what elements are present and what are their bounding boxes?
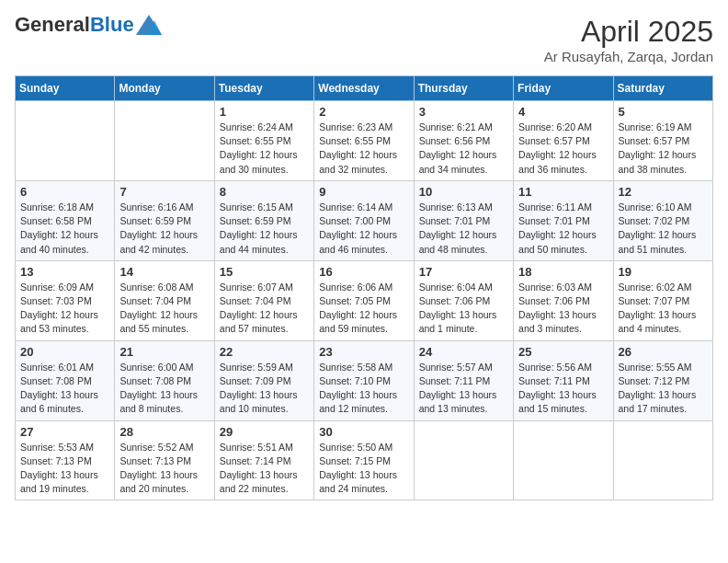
day-number: 19 — [619, 265, 708, 279]
calendar-cell — [16, 101, 115, 181]
calendar-week-row: 20Sunrise: 6:01 AM Sunset: 7:08 PM Dayli… — [16, 340, 713, 420]
calendar-cell — [414, 420, 513, 500]
logo: General Blue — [15, 15, 162, 35]
weekday-header-wednesday: Wednesday — [314, 76, 414, 101]
day-number: 20 — [20, 345, 109, 359]
weekday-header-monday: Monday — [115, 76, 214, 101]
calendar-cell: 2Sunrise: 6:23 AM Sunset: 6:55 PM Daylig… — [314, 101, 414, 181]
calendar-cell: 13Sunrise: 6:09 AM Sunset: 7:03 PM Dayli… — [16, 260, 115, 340]
calendar-cell: 11Sunrise: 6:11 AM Sunset: 7:01 PM Dayli… — [514, 180, 613, 260]
logo-icon — [136, 15, 162, 35]
day-number: 25 — [518, 345, 608, 359]
calendar-cell: 3Sunrise: 6:21 AM Sunset: 6:56 PM Daylig… — [414, 101, 513, 181]
day-info: Sunrise: 6:18 AM Sunset: 6:58 PM Dayligh… — [20, 201, 109, 257]
calendar-cell: 4Sunrise: 6:20 AM Sunset: 6:57 PM Daylig… — [514, 101, 613, 181]
calendar-cell: 22Sunrise: 5:59 AM Sunset: 7:09 PM Dayli… — [214, 340, 313, 420]
day-info: Sunrise: 6:09 AM Sunset: 7:03 PM Dayligh… — [20, 281, 109, 337]
day-info: Sunrise: 6:00 AM Sunset: 7:08 PM Dayligh… — [119, 361, 209, 417]
day-info: Sunrise: 6:07 AM Sunset: 7:04 PM Dayligh… — [220, 281, 309, 337]
day-number: 12 — [619, 185, 708, 199]
day-info: Sunrise: 5:58 AM Sunset: 7:10 PM Dayligh… — [319, 361, 408, 417]
day-info: Sunrise: 5:55 AM Sunset: 7:12 PM Dayligh… — [619, 361, 708, 417]
calendar-cell: 29Sunrise: 5:51 AM Sunset: 7:14 PM Dayli… — [214, 420, 313, 500]
day-number: 6 — [20, 185, 109, 199]
calendar-cell: 9Sunrise: 6:14 AM Sunset: 7:00 PM Daylig… — [314, 180, 414, 260]
day-info: Sunrise: 6:10 AM Sunset: 7:02 PM Dayligh… — [619, 201, 708, 257]
calendar-cell: 23Sunrise: 5:58 AM Sunset: 7:10 PM Dayli… — [314, 340, 414, 420]
calendar-cell: 21Sunrise: 6:00 AM Sunset: 7:08 PM Dayli… — [115, 340, 214, 420]
page-header: General Blue April 2025 Ar Rusayfah, Zar… — [15, 15, 713, 64]
day-number: 18 — [518, 265, 608, 279]
day-info: Sunrise: 6:08 AM Sunset: 7:04 PM Dayligh… — [119, 281, 209, 337]
day-number: 28 — [119, 425, 209, 439]
location: Ar Rusayfah, Zarqa, Jordan — [544, 49, 713, 64]
day-info: Sunrise: 5:53 AM Sunset: 7:13 PM Dayligh… — [20, 441, 109, 497]
weekday-header-sunday: Sunday — [16, 76, 115, 101]
day-info: Sunrise: 6:06 AM Sunset: 7:05 PM Dayligh… — [319, 281, 408, 337]
calendar-cell: 18Sunrise: 6:03 AM Sunset: 7:06 PM Dayli… — [514, 260, 613, 340]
calendar-cell: 12Sunrise: 6:10 AM Sunset: 7:02 PM Dayli… — [613, 180, 712, 260]
calendar-cell: 28Sunrise: 5:52 AM Sunset: 7:13 PM Dayli… — [115, 420, 214, 500]
calendar-cell: 6Sunrise: 6:18 AM Sunset: 6:58 PM Daylig… — [16, 180, 115, 260]
calendar-week-row: 27Sunrise: 5:53 AM Sunset: 7:13 PM Dayli… — [16, 420, 713, 500]
calendar-cell — [514, 420, 613, 500]
calendar-cell: 15Sunrise: 6:07 AM Sunset: 7:04 PM Dayli… — [214, 260, 313, 340]
day-info: Sunrise: 5:52 AM Sunset: 7:13 PM Dayligh… — [119, 441, 209, 497]
calendar-cell: 30Sunrise: 5:50 AM Sunset: 7:15 PM Dayli… — [314, 420, 414, 500]
day-info: Sunrise: 5:51 AM Sunset: 7:14 PM Dayligh… — [220, 441, 309, 497]
day-number: 9 — [319, 185, 408, 199]
calendar-cell: 14Sunrise: 6:08 AM Sunset: 7:04 PM Dayli… — [115, 260, 214, 340]
calendar-cell: 10Sunrise: 6:13 AM Sunset: 7:01 PM Dayli… — [414, 180, 513, 260]
weekday-header-saturday: Saturday — [613, 76, 712, 101]
day-info: Sunrise: 6:02 AM Sunset: 7:07 PM Dayligh… — [619, 281, 708, 337]
day-number: 1 — [220, 105, 309, 119]
day-number: 16 — [319, 265, 408, 279]
calendar-cell: 27Sunrise: 5:53 AM Sunset: 7:13 PM Dayli… — [16, 420, 115, 500]
calendar-cell — [613, 420, 712, 500]
calendar-cell: 26Sunrise: 5:55 AM Sunset: 7:12 PM Dayli… — [613, 340, 712, 420]
day-number: 17 — [419, 265, 508, 279]
logo-general-text: General — [15, 15, 90, 35]
day-info: Sunrise: 6:13 AM Sunset: 7:01 PM Dayligh… — [419, 201, 508, 257]
day-info: Sunrise: 6:21 AM Sunset: 6:56 PM Dayligh… — [419, 121, 508, 177]
title-block: April 2025 Ar Rusayfah, Zarqa, Jordan — [544, 15, 713, 64]
day-number: 10 — [419, 185, 508, 199]
day-info: Sunrise: 5:57 AM Sunset: 7:11 PM Dayligh… — [419, 361, 508, 417]
day-number: 26 — [619, 345, 708, 359]
day-number: 3 — [419, 105, 508, 119]
day-number: 8 — [220, 185, 309, 199]
day-info: Sunrise: 6:14 AM Sunset: 7:00 PM Dayligh… — [319, 201, 408, 257]
calendar-cell: 25Sunrise: 5:56 AM Sunset: 7:11 PM Dayli… — [514, 340, 613, 420]
day-number: 29 — [220, 425, 309, 439]
weekday-header-friday: Friday — [514, 76, 613, 101]
day-info: Sunrise: 6:19 AM Sunset: 6:57 PM Dayligh… — [619, 121, 708, 177]
calendar-cell: 19Sunrise: 6:02 AM Sunset: 7:07 PM Dayli… — [613, 260, 712, 340]
day-number: 22 — [220, 345, 309, 359]
calendar-cell: 24Sunrise: 5:57 AM Sunset: 7:11 PM Dayli… — [414, 340, 513, 420]
day-info: Sunrise: 6:04 AM Sunset: 7:06 PM Dayligh… — [419, 281, 508, 337]
calendar-cell: 17Sunrise: 6:04 AM Sunset: 7:06 PM Dayli… — [414, 260, 513, 340]
day-number: 15 — [220, 265, 309, 279]
day-number: 2 — [319, 105, 408, 119]
day-number: 7 — [119, 185, 209, 199]
day-number: 21 — [119, 345, 209, 359]
day-info: Sunrise: 6:11 AM Sunset: 7:01 PM Dayligh… — [518, 201, 608, 257]
calendar-table: SundayMondayTuesdayWednesdayThursdayFrid… — [15, 75, 713, 500]
day-info: Sunrise: 6:23 AM Sunset: 6:55 PM Dayligh… — [319, 121, 408, 177]
day-info: Sunrise: 5:59 AM Sunset: 7:09 PM Dayligh… — [220, 361, 309, 417]
calendar-week-row: 13Sunrise: 6:09 AM Sunset: 7:03 PM Dayli… — [16, 260, 713, 340]
calendar-cell — [115, 101, 214, 181]
day-number: 13 — [20, 265, 109, 279]
day-number: 4 — [518, 105, 608, 119]
day-number: 11 — [518, 185, 608, 199]
day-number: 5 — [619, 105, 708, 119]
day-info: Sunrise: 6:20 AM Sunset: 6:57 PM Dayligh… — [518, 121, 608, 177]
calendar-cell: 5Sunrise: 6:19 AM Sunset: 6:57 PM Daylig… — [613, 101, 712, 181]
calendar-week-row: 1Sunrise: 6:24 AM Sunset: 6:55 PM Daylig… — [16, 101, 713, 181]
day-info: Sunrise: 6:03 AM Sunset: 7:06 PM Dayligh… — [518, 281, 608, 337]
day-number: 23 — [319, 345, 408, 359]
calendar-header-row: SundayMondayTuesdayWednesdayThursdayFrid… — [16, 76, 713, 101]
calendar-cell: 16Sunrise: 6:06 AM Sunset: 7:05 PM Dayli… — [314, 260, 414, 340]
weekday-header-thursday: Thursday — [414, 76, 513, 101]
month-title: April 2025 — [544, 15, 713, 49]
